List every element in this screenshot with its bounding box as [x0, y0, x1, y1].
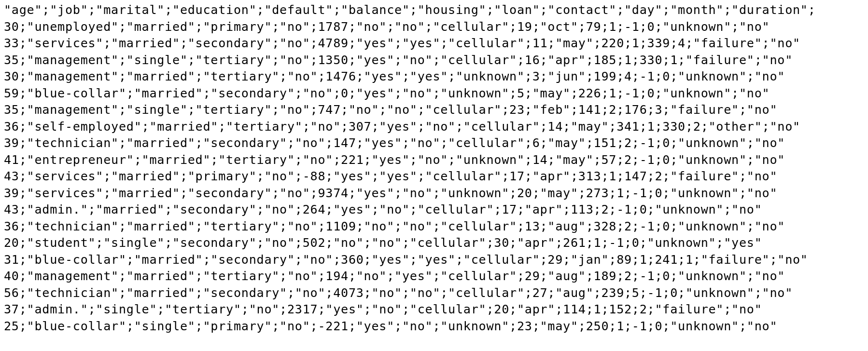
csv-text-block: "age";"job";"marital";"education";"defau… — [0, 0, 868, 337]
